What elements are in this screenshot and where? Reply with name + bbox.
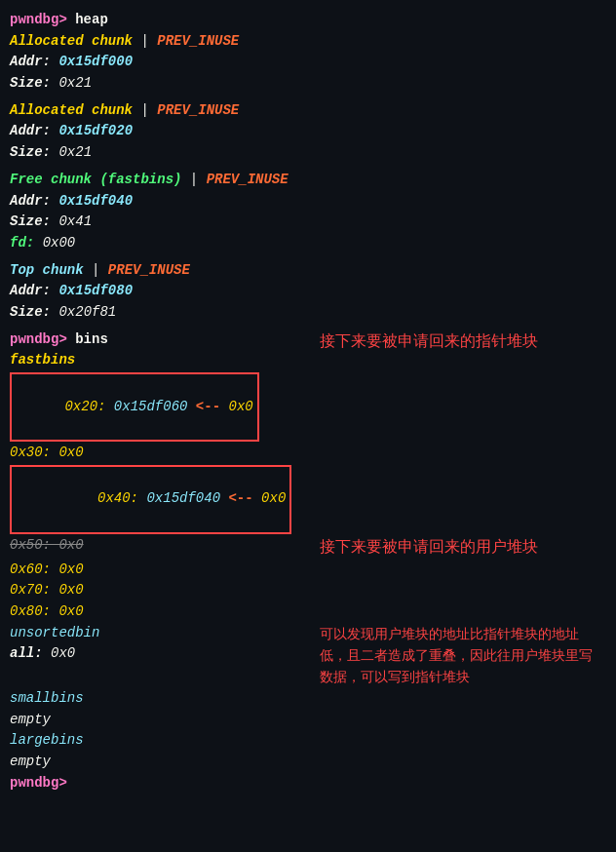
smallbins-empty-line: empty [10, 710, 606, 731]
fastbin-0x70-zero: 0x0 [58, 580, 83, 601]
bins-cmd: bins [67, 329, 108, 351]
fastbin-0x20-addr: 0x15df060 [114, 399, 188, 414]
chunk3-fd-line: fd: 0x00 [10, 233, 606, 254]
smallbins-label-line: smallbins [10, 688, 606, 710]
prompt-heap-line: pwndbg> heap [10, 10, 606, 31]
unsortedbin-label-line: unsortedbin [10, 623, 312, 644]
annotation2-col2: 接下来要被申请回来的用户堆块 [312, 535, 606, 560]
bins-terminal-col: pwndbg> bins fastbins [10, 329, 312, 371]
chunk2-addr-line: Addr: 0x15df020 [10, 121, 606, 142]
largebins-label: largebins [10, 730, 84, 752]
chunk3-flag: PREV_INUSE [207, 170, 289, 191]
fastbin-0x60-line: 0x60: 0x0 [10, 560, 606, 581]
all-val: 0x0 [43, 643, 76, 665]
fastbin-0x60-zero: 0x0 [58, 560, 83, 581]
chunk3-fd-val: 0x00 [34, 233, 75, 254]
fastbin-0x40-row: 0x40: 0x15df040 <-- 0x0 [10, 464, 606, 535]
fastbin-0x40-terminal-col: 0x40: 0x15df040 <-- 0x0 [10, 464, 312, 535]
fastbin-0x40-size: 0x40: [97, 490, 146, 506]
smallbins-label: smallbins [10, 688, 84, 710]
fastbin-0x50-line: 0x50: 0x0 [10, 535, 312, 557]
chunk4-flag: PREV_INUSE [108, 260, 190, 282]
chunk2-size-val: 0x21 [51, 142, 92, 164]
chunk1-size-val: 0x21 [51, 73, 92, 95]
chunk3-type: Free chunk (fastbins) [10, 170, 181, 191]
heap-cmd: heap [67, 10, 108, 31]
largebins-empty-line: empty [10, 752, 606, 773]
fastbin-0x60-size: 0x60: [10, 560, 58, 581]
largebins-label-line: largebins [10, 730, 606, 752]
chunk4-type-line: Top chunk | PREV_INUSE [10, 260, 606, 282]
chunk4-size-line: Size: 0x20f81 [10, 302, 606, 324]
fastbin-0x70-line: 0x70: 0x0 [10, 580, 606, 601]
annotation3-col: 可以发现用户堆块的地址比指针堆块的地址低，且二者造成了重叠，因此往用户堆块里写数… [312, 623, 606, 688]
chunk4-addr-label: Addr: [10, 281, 51, 302]
chunk4-size-label: Size: [10, 302, 51, 324]
fastbin-0x50-entry: 0x50: 0x0 [10, 535, 84, 557]
fastbin-0x50-row: 0x50: 0x0 接下来要被申请回来的用户堆块 [10, 535, 606, 560]
fastbin-0x40-arrow: <-- [220, 490, 261, 506]
fastbin-0x40-box: 0x40: 0x15df040 <-- 0x0 [10, 465, 291, 534]
prompt-final: pwndbg> [10, 773, 67, 794]
unsortedbin-label: unsortedbin [10, 623, 99, 644]
chunk2-type-line: Allocated chunk | PREV_INUSE [10, 100, 606, 122]
chunk3-addr-val: 0x15df040 [51, 191, 133, 213]
unsorted-annotation-row: unsortedbin all: 0x0 可以发现用户堆块的地址比指针堆块的地址… [10, 623, 606, 688]
prompt1: pwndbg> [10, 10, 67, 31]
chunk2-addr-val: 0x15df020 [51, 121, 133, 142]
final-prompt-line: pwndbg> [10, 773, 606, 794]
chunk3-addr-label: Addr: [10, 191, 51, 213]
terminal: pwndbg> heap Allocated chunk | PREV_INUS… [0, 0, 616, 803]
smallbins-empty: empty [10, 710, 51, 731]
chunk2-sep: | [133, 100, 157, 122]
chunk1-addr-line: Addr: 0x15df000 [10, 52, 606, 73]
chunk2-type: Allocated chunk [10, 100, 133, 122]
fastbin-0x20-arrow: <-- [187, 399, 228, 414]
fastbins-label-line: fastbins [10, 350, 312, 371]
fastbin-0x20-zero: 0x0 [228, 399, 252, 414]
chunk1-addr-label: Addr: [10, 52, 51, 73]
fastbin-0x80-zero: 0x0 [58, 601, 83, 623]
all-label: all: [10, 643, 43, 665]
prompt2: pwndbg> [10, 329, 67, 351]
unsorted-terminal-col: unsortedbin all: 0x0 [10, 623, 312, 665]
prompt-bins-line: pwndbg> bins [10, 329, 312, 351]
chunk1-size-label: Size: [10, 73, 51, 95]
chunk3-type-line: Free chunk (fastbins) | PREV_INUSE [10, 170, 606, 191]
bins-row: pwndbg> bins fastbins 接下来要被申请回来的指针堆块 [10, 329, 606, 371]
chunk4-type: Top chunk [10, 260, 84, 282]
fastbin-0x40-line: 0x40: 0x15df040 <-- 0x0 [10, 464, 312, 535]
chunk3-size-val: 0x41 [51, 212, 92, 233]
chunk2-addr-label: Addr: [10, 121, 51, 142]
chunk2-size-line: Size: 0x21 [10, 142, 606, 164]
chunk1-size-line: Size: 0x21 [10, 73, 606, 95]
chunk2-size-label: Size: [10, 142, 51, 164]
chunk3-size-line: Size: 0x41 [10, 212, 606, 233]
all-line: all: 0x0 [10, 643, 312, 665]
annotation3-text: 可以发现用户堆块的地址比指针堆块的地址低，且二者造成了重叠，因此往用户堆块里写数… [320, 623, 602, 688]
fastbin-0x80-size: 0x80: [10, 601, 58, 623]
fastbin-0x30-zero: 0x0 [58, 443, 83, 464]
fastbins-label: fastbins [10, 350, 75, 371]
chunk4-sep: | [84, 260, 108, 282]
fastbin-0x20-size: 0x20: [64, 399, 113, 414]
chunk4-addr-line: Addr: 0x15df080 [10, 281, 606, 302]
chunk1-type-line: Allocated chunk | PREV_INUSE [10, 31, 606, 53]
annotation2-text: 接下来要被申请回来的用户堆块 [320, 535, 538, 560]
chunk3-addr-line: Addr: 0x15df040 [10, 191, 606, 213]
chunk2-flag: PREV_INUSE [157, 100, 239, 122]
chunk1-type: Allocated chunk [10, 31, 133, 53]
chunk3-size-label: Size: [10, 212, 51, 233]
fastbin-0x30-size: 0x30: [10, 443, 58, 464]
fastbin-0x70-size: 0x70: [10, 580, 58, 601]
chunk1-addr-val: 0x15df000 [51, 52, 133, 73]
chunk3-fd-label: fd: [10, 233, 34, 254]
chunk1-flag: PREV_INUSE [157, 31, 239, 53]
chunk3-sep: | [181, 170, 206, 191]
fastbin-0x80-line: 0x80: 0x0 [10, 601, 606, 623]
fastbin-0x20-box: 0x20: 0x15df060 <-- 0x0 [10, 372, 259, 442]
chunk1-sep: | [133, 31, 157, 53]
fastbin-0x20-line: 0x20: 0x15df060 <-- 0x0 [10, 371, 606, 443]
largebins-empty: empty [10, 752, 51, 773]
chunk4-size-val: 0x20f81 [51, 302, 116, 324]
